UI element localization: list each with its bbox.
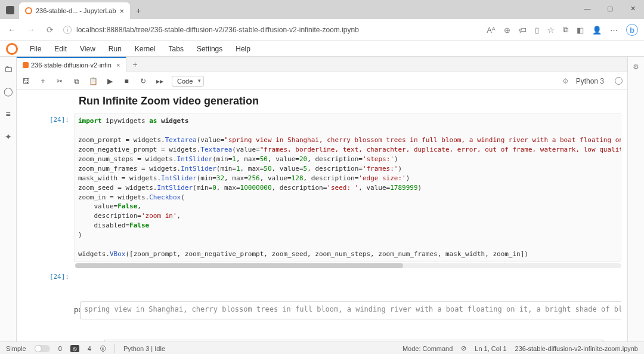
- status-kernel: Python 3 | Idle: [123, 345, 165, 352]
- minimize-button[interactable]: —: [576, 0, 599, 17]
- site-info-icon[interactable]: i: [63, 26, 72, 34]
- negative-prompt-textarea[interactable]: frames, borderline, text, charachter, du…: [104, 340, 603, 341]
- property-inspector-icon[interactable]: ⚙: [633, 63, 639, 71]
- kernel-indicator-icon[interactable]: [615, 77, 623, 85]
- output-prompt: [24]:: [17, 270, 74, 341]
- run-all-button[interactable]: ▸▸: [155, 77, 165, 85]
- browser-actions: Aᴬ ⊕ 🏷 ▯ ☆ ⧉ ◧ 👤 ⋯ b: [487, 24, 638, 36]
- status-filename: 236-stable-diffusion-v2-infinite-zoom.ip…: [515, 345, 638, 352]
- collections-icon[interactable]: ⧉: [563, 25, 568, 35]
- notebook-toolbar: 🖫 + ✂ ⧉ 📋 ▶ ■ ↻ ▸▸ Code ⚙ Python 3: [17, 72, 627, 90]
- menu-help[interactable]: Help: [230, 42, 256, 56]
- notebook-tab-close-icon[interactable]: ×: [116, 61, 120, 69]
- menu-view[interactable]: View: [74, 42, 101, 56]
- cell-type-select[interactable]: Code: [172, 76, 204, 87]
- menu-file[interactable]: File: [24, 42, 47, 56]
- toc-icon[interactable]: ≡: [4, 109, 13, 119]
- menu-kernel[interactable]: Kernel: [129, 42, 162, 56]
- notebook-tab[interactable]: 236-stable-diffusion-v2-infin ×: [17, 57, 126, 72]
- status-count-1: 4: [88, 345, 91, 352]
- notebook-icon: [23, 62, 29, 68]
- section-heading: Run Infinite Zoom video generation: [79, 95, 627, 107]
- close-window-button[interactable]: ✕: [621, 0, 644, 17]
- reading-icon[interactable]: ▯: [535, 26, 539, 35]
- restart-button[interactable]: ↻: [138, 77, 148, 85]
- menu-settings[interactable]: Settings: [191, 42, 228, 56]
- notebook-tab-label: 236-stable-diffusion-v2-infin: [31, 61, 112, 69]
- address-bar[interactable]: i localhost:8888/lab/tree/236-stable-dif…: [63, 26, 479, 34]
- menu-tabs[interactable]: Tabs: [163, 42, 190, 56]
- zoom-icon[interactable]: ⊕: [504, 26, 510, 35]
- tab-title: 236-stable-d... - JupyterLab: [36, 7, 116, 14]
- status-cursor: Ln 1, Col 1: [475, 345, 506, 352]
- paste-button[interactable]: 📋: [88, 77, 98, 85]
- status-notification-icon[interactable]: ⊘: [461, 344, 466, 352]
- save-button[interactable]: 🖫: [21, 77, 31, 85]
- browser-toolbar: ← → ⟳ i localhost:8888/lab/tree/236-stab…: [0, 19, 644, 41]
- file-browser-icon[interactable]: 🗀: [4, 64, 13, 73]
- sidebar-icon[interactable]: ◧: [577, 26, 584, 35]
- refresh-button[interactable]: ⟳: [44, 25, 56, 35]
- notebook-content[interactable]: Run Infinite Zoom video generation [24]:…: [17, 90, 627, 341]
- output-cell: [24]: positive pro… spring view in Shang…: [17, 269, 627, 341]
- url-text: localhost:8888/lab/tree/236-stable-diffu…: [76, 26, 359, 34]
- status-count-0: 0: [58, 345, 62, 352]
- notebook-tabbar: 236-stable-diffusion-v2-infin × +: [17, 57, 627, 72]
- simple-mode-label: Simple: [6, 345, 26, 352]
- jupyter-logo-icon: [6, 43, 18, 55]
- cut-button[interactable]: ✂: [55, 77, 64, 85]
- new-tab-button[interactable]: +: [130, 6, 147, 16]
- forward-button[interactable]: →: [25, 25, 37, 35]
- extensions-icon[interactable]: ✦: [4, 132, 13, 141]
- left-sidebar: 🗀 ◯ ≡ ✦: [0, 57, 17, 341]
- status-mode: Mode: Command: [402, 345, 453, 352]
- profile-icon[interactable]: 👤: [592, 26, 602, 35]
- widgets-output: positive pro… spring view in Shanghai, c…: [74, 270, 621, 341]
- copy-button[interactable]: ⧉: [72, 77, 81, 85]
- input-prompt: [24]:: [17, 113, 74, 262]
- text-size-icon[interactable]: Aᴬ: [487, 26, 496, 35]
- menubar: File Edit View Run Kernel Tabs Settings …: [0, 41, 644, 57]
- code-content[interactable]: import ipywidgets as widgets zoom_prompt…: [74, 113, 621, 262]
- back-button[interactable]: ←: [6, 25, 18, 35]
- positive-prompt-label: positive pro…: [74, 305, 80, 315]
- bing-chat-icon[interactable]: b: [626, 24, 638, 36]
- widget-row-negative: negative pr… frames, borderline, text, c…: [74, 341, 621, 341]
- status-badge-icon: ⎋: [70, 345, 79, 352]
- browser-tab[interactable]: 236-stable-d... - JupyterLab ×: [19, 2, 130, 19]
- code-horizontal-scrollbar[interactable]: [75, 263, 621, 268]
- edge-app-icon: [6, 6, 14, 14]
- run-button[interactable]: ▶: [105, 77, 114, 85]
- status-bell-icon[interactable]: 🛈: [100, 345, 106, 352]
- menu-edit[interactable]: Edit: [48, 42, 73, 56]
- insert-cell-button[interactable]: +: [38, 77, 48, 85]
- menu-run[interactable]: Run: [103, 42, 128, 56]
- status-bar: Simple 0 ⎋ 4 🛈 Python 3 | Idle Mode: Com…: [0, 341, 644, 354]
- main-area: 236-stable-diffusion-v2-infin × + 🖫 + ✂ …: [17, 57, 627, 341]
- shopping-icon[interactable]: 🏷: [519, 26, 527, 35]
- add-tab-button[interactable]: +: [126, 60, 143, 69]
- stop-button[interactable]: ■: [122, 77, 131, 85]
- running-kernels-icon[interactable]: ◯: [4, 87, 13, 96]
- kernel-name[interactable]: Python 3: [576, 77, 604, 85]
- positive-prompt-textarea[interactable]: spring view in Shanghai, cherry blossom …: [80, 301, 621, 319]
- maximize-button[interactable]: ▢: [599, 0, 621, 17]
- right-sidebar: ⚙: [627, 57, 644, 341]
- window-controls: — ▢ ✕: [576, 0, 644, 17]
- browser-chrome: 236-stable-d... - JupyterLab × + — ▢ ✕ ←…: [0, 0, 644, 41]
- jupyter-favicon-icon: [25, 7, 32, 14]
- widget-row-positive: positive pro… spring view in Shanghai, c…: [74, 303, 621, 318]
- jupyterlab-app: File Edit View Run Kernel Tabs Settings …: [0, 41, 644, 341]
- tab-close-icon[interactable]: ×: [120, 7, 125, 16]
- settings-gear-icon[interactable]: ⚙: [562, 77, 569, 85]
- favorites-icon[interactable]: ☆: [547, 26, 555, 35]
- simple-mode-toggle[interactable]: [35, 345, 50, 352]
- code-cell[interactable]: [24]: import ipywidgets as widgets zoom_…: [17, 112, 627, 263]
- browser-tab-strip: 236-stable-d... - JupyterLab × + — ▢ ✕: [0, 0, 644, 19]
- more-icon[interactable]: ⋯: [610, 26, 618, 35]
